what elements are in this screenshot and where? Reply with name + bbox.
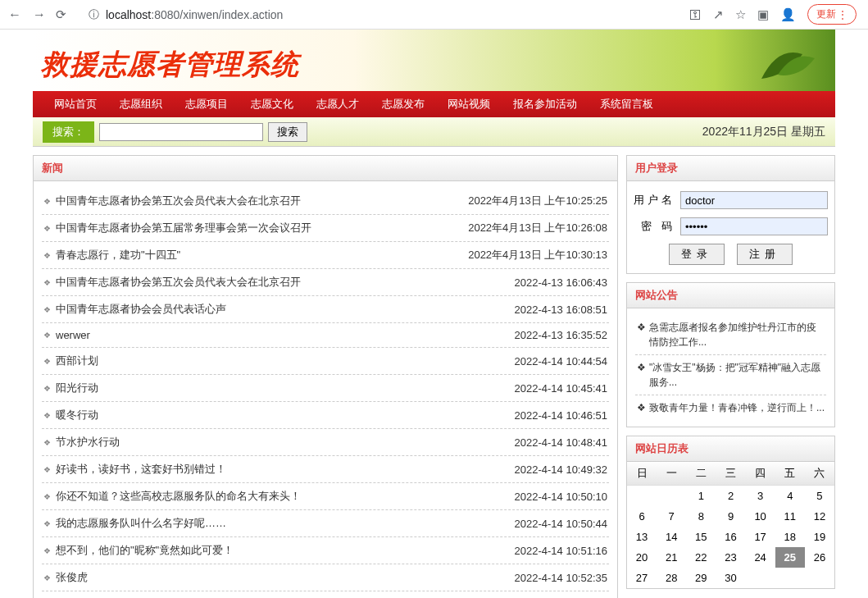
- site-info-icon[interactable]: ⓘ: [89, 7, 99, 22]
- calendar-day[interactable]: 12: [805, 506, 834, 527]
- announcement-link[interactable]: 致敬青年力量！青春冲锋，逆行而上！...: [649, 400, 825, 415]
- leaf-decoration-icon: [753, 38, 819, 87]
- address-bar[interactable]: ⓘ localhost:8080/xinwen/index.action: [80, 4, 681, 25]
- calendar-day[interactable]: 15: [686, 527, 716, 547]
- calendar-day[interactable]: 28: [657, 568, 686, 588]
- news-title-link[interactable]: ❖werwer: [43, 329, 507, 341]
- announcement-item: ❖致敬青年力量！青春冲锋，逆行而上！...: [635, 395, 826, 420]
- news-title-link[interactable]: ❖中国青年志愿者协会第五次会员代表大会在北京召开: [43, 194, 460, 208]
- calendar-day[interactable]: 5: [805, 486, 834, 507]
- calendar-day[interactable]: 29: [686, 568, 716, 588]
- bullet-icon: ❖: [43, 224, 51, 233]
- calendar-day[interactable]: 17: [746, 527, 775, 547]
- nav-item-7[interactable]: 报名参加活动: [502, 91, 589, 117]
- announcement-link[interactable]: "冰雪女王"杨扬：把"冠军精神"融入志愿服务...: [649, 360, 825, 390]
- register-button[interactable]: 注册: [737, 244, 793, 265]
- news-title-link[interactable]: ❖中国青年志愿者协会会员代表话心声: [43, 302, 507, 317]
- news-title-link[interactable]: ❖你还不知道？这些高校志愿服务队的命名大有来头！: [43, 489, 507, 504]
- search-button[interactable]: 搜索: [268, 122, 307, 142]
- nav-item-5[interactable]: 志愿发布: [370, 91, 436, 117]
- news-item: ❖西部计划2022-4-14 10:44:54: [42, 348, 609, 375]
- news-title-link[interactable]: ❖阳光行动: [43, 381, 507, 395]
- browser-update-button[interactable]: 更新 ⋮: [807, 4, 857, 25]
- news-title-link[interactable]: ❖好读书，读好书，这套好书别错过！: [43, 462, 507, 477]
- calendar-weekday: 六: [805, 462, 834, 486]
- star-icon[interactable]: ☆: [735, 7, 746, 22]
- news-title-text: 我的志愿服务队叫什么名字好呢……: [56, 516, 226, 531]
- news-title-text: werwer: [56, 329, 90, 341]
- share-icon[interactable]: ↗: [713, 7, 724, 22]
- back-button[interactable]: ←: [7, 7, 23, 22]
- news-panel: 新闻 ❖中国青年志愿者协会第五次会员代表大会在北京召开2022年4月13日 上午…: [33, 155, 618, 598]
- password-input[interactable]: [680, 217, 828, 235]
- calendar-day[interactable]: 11: [775, 506, 805, 527]
- news-time: 2022年4月13日 上午10:25:25: [468, 194, 607, 208]
- calendar-day[interactable]: 26: [805, 547, 834, 568]
- key-icon[interactable]: ⚿: [689, 7, 702, 21]
- calendar-day[interactable]: 24: [746, 547, 775, 568]
- calendar-day[interactable]: 14: [657, 527, 686, 547]
- left-column: 新闻 ❖中国青年志愿者协会第五次会员代表大会在北京召开2022年4月13日 上午…: [33, 155, 618, 598]
- news-title-link[interactable]: ❖西部计划: [43, 354, 507, 368]
- calendar-day[interactable]: 1: [686, 486, 716, 507]
- news-time: 2022年4月13日 上午10:26:08: [468, 221, 607, 235]
- news-title-link[interactable]: ❖节水护水行动: [43, 435, 507, 450]
- nav-item-8[interactable]: 系统留言板: [589, 91, 665, 117]
- news-title-link[interactable]: ❖暖冬行动: [43, 408, 507, 422]
- news-title-link[interactable]: ❖青春志愿行，建功"十四五": [43, 248, 460, 262]
- site-header: 救援志愿者管理系统: [33, 30, 835, 91]
- news-time: 2022-4-14 10:50:10: [515, 491, 607, 503]
- calendar-day[interactable]: 6: [627, 506, 657, 527]
- calendar-day[interactable]: 10: [746, 506, 775, 527]
- bullet-icon: ❖: [43, 573, 51, 582]
- calendar-day[interactable]: 25: [775, 547, 805, 568]
- announcement-link[interactable]: 急需志愿者报名参加维护牡丹江市的疫情防控工作...: [649, 320, 825, 349]
- calendar-day[interactable]: 13: [627, 527, 657, 547]
- login-panel: 用户登录 用户名 密 码 登录 注册: [626, 155, 835, 274]
- calendar-day[interactable]: 16: [716, 527, 745, 547]
- panel-icon[interactable]: ▣: [757, 7, 769, 22]
- username-input[interactable]: [680, 191, 828, 209]
- calendar-day[interactable]: 23: [716, 547, 745, 568]
- bullet-icon: ❖: [43, 438, 51, 447]
- refresh-button[interactable]: ⟳: [56, 7, 72, 22]
- nav-item-0[interactable]: 网站首页: [43, 91, 108, 117]
- nav-item-2[interactable]: 志愿项目: [174, 91, 239, 117]
- calendar-day[interactable]: 18: [775, 527, 805, 547]
- calendar-day[interactable]: 21: [657, 547, 686, 568]
- calendar-day[interactable]: 9: [716, 506, 745, 527]
- calendar-day[interactable]: 8: [686, 506, 716, 527]
- main-layout: 新闻 ❖中国青年志愿者协会第五次会员代表大会在北京召开2022年4月13日 上午…: [33, 155, 835, 598]
- forward-button[interactable]: →: [31, 7, 48, 22]
- calendar-day[interactable]: 22: [686, 547, 716, 568]
- calendar-day[interactable]: 27: [627, 568, 657, 588]
- search-row: 搜索： 搜索 2022年11月25日 星期五: [33, 117, 835, 147]
- news-item: ❖中国青年志愿者协会第五次会员代表大会在北京召开2022-4-13 16:06:…: [42, 269, 609, 296]
- nav-item-3[interactable]: 志愿文化: [239, 91, 305, 117]
- news-title-link[interactable]: ❖中国青年志愿者协会第五次会员代表大会在北京召开: [43, 275, 507, 290]
- calendar-day[interactable]: 3: [746, 486, 775, 507]
- calendar-day[interactable]: 4: [775, 486, 805, 507]
- news-title-text: 青春志愿行，建功"十四五": [56, 248, 180, 262]
- calendar-day[interactable]: 7: [657, 506, 686, 527]
- news-title-link[interactable]: ❖我的志愿服务队叫什么名字好呢……: [43, 516, 507, 531]
- news-item: ❖阳光行动2022-4-14 10:45:41: [42, 375, 609, 402]
- nav-item-1[interactable]: 志愿组织: [108, 91, 174, 117]
- calendar-day[interactable]: 2: [716, 486, 745, 507]
- announcements-panel: 网站公告 ❖急需志愿者报名参加维护牡丹江市的疫情防控工作...❖"冰雪女王"杨扬…: [626, 282, 835, 427]
- news-title-link[interactable]: ❖张俊虎: [43, 570, 507, 585]
- calendar-weekday: 日: [627, 462, 657, 486]
- profile-icon[interactable]: 👤: [780, 7, 796, 22]
- calendar-day[interactable]: 20: [627, 547, 657, 568]
- url-path: :8080/xinwen/index.action: [151, 8, 283, 21]
- calendar-day[interactable]: 19: [805, 527, 834, 547]
- nav-item-4[interactable]: 志愿人才: [305, 91, 370, 117]
- bullet-icon: ❖: [43, 384, 51, 393]
- nav-item-6[interactable]: 网站视频: [436, 91, 502, 117]
- news-title-link[interactable]: ❖想不到，他们的"昵称"竟然如此可爱！: [43, 543, 507, 558]
- news-title-link[interactable]: ❖中国青年志愿者协会第五届常务理事会第一次会议召开: [43, 221, 460, 235]
- calendar-weekday: 五: [775, 462, 805, 486]
- search-input[interactable]: [99, 123, 263, 141]
- login-button[interactable]: 登录: [669, 244, 725, 265]
- calendar-day[interactable]: 30: [716, 568, 745, 588]
